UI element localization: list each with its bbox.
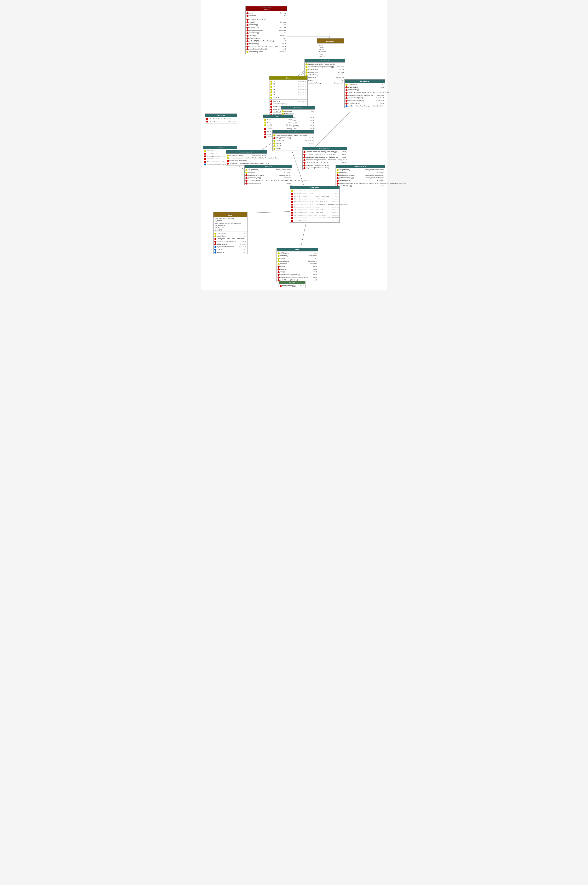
field-icon: [270, 81, 272, 82]
field-icon: [264, 128, 266, 130]
field-icon: [270, 92, 272, 93]
field-icon: [345, 102, 348, 105]
field-icon: [245, 174, 248, 177]
bot-header: Bot: [263, 115, 293, 118]
sanctuary-fields: nbPlayers int initPool() void initPool2(…: [345, 83, 385, 108]
field-icon: [264, 134, 266, 135]
field-icon: [291, 193, 293, 195]
field-icon: [291, 209, 293, 211]
buycard-header: BuyCard: [244, 165, 292, 168]
field-icon: [204, 161, 206, 163]
field-icon: [278, 276, 280, 279]
field-icon: [227, 154, 229, 157]
field-icon: [214, 251, 216, 254]
field-icon: [245, 169, 248, 171]
field-icon: [227, 157, 229, 159]
scorecounter-header: ScoreCounter: [303, 147, 347, 150]
field-icon: [306, 63, 308, 66]
dice-header: Dice: [270, 76, 308, 80]
field-icon: [336, 183, 339, 184]
dicecard-class: DiceCard DiceCard(int[], Resource[]) equ…: [304, 59, 345, 85]
field-icon: [273, 137, 276, 139]
enum-class-header: «enumeration» Enum<E>: [246, 6, 286, 11]
field-icon: [204, 155, 206, 158]
field-icon: [303, 167, 306, 169]
bot-fields: dice1 Dice dice2 Dice botId String: [263, 118, 293, 127]
field-icon: [264, 136, 266, 138]
diceroll-class: DiceRoll rollDice(Dice, DiceCard[]) roll…: [205, 114, 237, 123]
game-class: Game nbPlayers int botArray SimpleBot nb…: [276, 248, 318, 282]
field-icon: [291, 214, 293, 216]
field-icon: [306, 72, 308, 74]
field-icon: [336, 172, 339, 174]
field-icon: [246, 51, 249, 53]
field-icon: [214, 241, 216, 243]
cardassignment-header: CardAssignment: [226, 150, 267, 154]
field-icon: [273, 148, 276, 150]
field-icon: [273, 142, 276, 145]
field-icon: [345, 92, 348, 94]
diceroll-methods: rollDice(Dice, DiceCard[]) roll(Dice) Di…: [205, 117, 237, 123]
field-icon: [227, 160, 229, 162]
field-icon: [246, 32, 249, 34]
diagram-container: «enumeration» Enum<E> name String ordina…: [201, 0, 387, 290]
field-icon: [280, 285, 282, 287]
field-icon: [306, 66, 308, 68]
field-icon: [204, 150, 206, 152]
cardassignment-class: CardAssignment uniqueInstance CardAssign…: [226, 150, 267, 165]
field-icon: [303, 159, 306, 161]
dice-fields: F1 DiceCard F2 DiceCard F3 DiceCard F4 D…: [270, 80, 308, 100]
card-class: «enumeration» Card LES_SABOTS_D_ARGENT L…: [213, 212, 248, 254]
partie-methods: main(String[]) void: [279, 284, 305, 288]
field-icon: [245, 180, 248, 182]
botscore-header: BotScore: [281, 106, 315, 110]
field-icon: [270, 100, 272, 102]
field-icon: [206, 120, 208, 123]
field-icon: [278, 271, 280, 273]
field-icon: [206, 118, 208, 120]
field-icon: [214, 243, 216, 245]
enum-methods: Enum(String, int) name() String ordinal(…: [246, 18, 286, 54]
field-icon: [270, 106, 272, 108]
field-icon: [291, 206, 293, 208]
field-icon: [306, 74, 308, 76]
card-header: «enumeration» Card: [213, 212, 247, 217]
field-icon: [336, 177, 339, 179]
field-icon: [204, 158, 206, 160]
partie-class: Partie main(String[]) void: [279, 280, 306, 288]
field-icon: [270, 86, 272, 88]
field-icon: [246, 19, 249, 21]
field-icon: [214, 246, 216, 248]
field-icon: [345, 105, 348, 107]
field-icon: [246, 24, 249, 26]
field-icon: [336, 180, 339, 182]
field-icon: [278, 258, 280, 260]
enum-fields: name String ordinal int: [246, 11, 286, 18]
field-icon: [264, 124, 266, 126]
field-icon: [303, 165, 306, 166]
cardassignment-fields: uniqueInstance CardAssignment cardAssign…: [226, 154, 267, 165]
field-icon: [303, 156, 306, 159]
field-icon: [345, 94, 348, 96]
partie-header: Partie: [279, 281, 305, 284]
field-icon: [278, 263, 280, 265]
simplebot-header: SimpleBot: [290, 186, 339, 189]
field-icon: [270, 103, 272, 105]
diceroll-header: DiceRoll: [205, 114, 237, 117]
simplebot-fields: SimpleBot(Dice, Dice, String) playSanctu…: [290, 189, 339, 222]
field-icon: [245, 183, 248, 184]
svg-line-5: [313, 112, 350, 149]
field-icon: [264, 119, 266, 121]
buycard-fields: BoughtArray ArrayList<Card> FeePayed Boo…: [244, 168, 292, 185]
resource-enums: GOLD LUNAR SOLAR VICTORY PLUS CHOICE: [317, 44, 344, 58]
sanctuary-class: Sanctuary nbPlayers int initPool() void …: [344, 80, 385, 108]
field-icon: [246, 38, 249, 39]
field-icon: [204, 164, 206, 165]
field-icon: [270, 108, 272, 111]
game-fields: nbPlayers int botArray SimpleBot nbTurn …: [277, 251, 318, 282]
field-icon: [273, 134, 276, 136]
resource-class: «enumeration» Resource GOLD LUNAR SOLAR …: [317, 38, 344, 62]
svg-line-13: [242, 211, 296, 213]
field-icon: [214, 249, 216, 251]
field-icon: [291, 201, 293, 203]
